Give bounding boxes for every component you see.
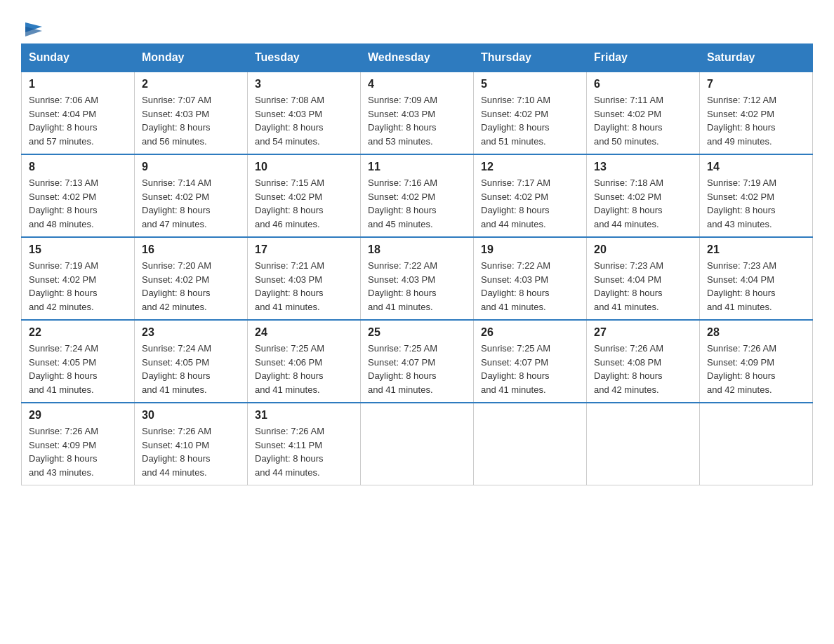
day-number: 31 — [255, 409, 353, 422]
day-info: Sunrise: 7:22 AMSunset: 4:03 PMDaylight:… — [368, 259, 466, 314]
day-number: 15 — [29, 243, 127, 256]
day-info: Sunrise: 7:13 AMSunset: 4:02 PMDaylight:… — [29, 176, 127, 231]
day-number: 1 — [29, 78, 127, 90]
day-number: 30 — [142, 409, 240, 422]
day-number: 9 — [142, 161, 240, 173]
col-header-friday: Friday — [587, 44, 700, 72]
day-info: Sunrise: 7:18 AMSunset: 4:02 PMDaylight:… — [594, 176, 692, 231]
header — [21, 14, 813, 36]
day-info: Sunrise: 7:25 AMSunset: 4:07 PMDaylight:… — [368, 342, 466, 396]
calendar-cell: 6Sunrise: 7:11 AMSunset: 4:02 PMDaylight… — [587, 72, 700, 154]
day-number: 21 — [707, 243, 805, 256]
col-header-monday: Monday — [135, 44, 248, 72]
calendar-cell: 29Sunrise: 7:26 AMSunset: 4:09 PMDayligh… — [22, 403, 135, 485]
day-info: Sunrise: 7:20 AMSunset: 4:02 PMDaylight:… — [142, 259, 240, 314]
calendar-cell: 12Sunrise: 7:17 AMSunset: 4:02 PMDayligh… — [474, 154, 587, 237]
calendar-header: SundayMondayTuesdayWednesdayThursdayFrid… — [22, 44, 813, 72]
day-number: 27 — [594, 326, 692, 339]
day-info: Sunrise: 7:26 AMSunset: 4:09 PMDaylight:… — [707, 342, 805, 396]
calendar-cell: 1Sunrise: 7:06 AMSunset: 4:04 PMDaylight… — [22, 72, 135, 154]
day-number: 14 — [707, 161, 805, 173]
day-info: Sunrise: 7:12 AMSunset: 4:02 PMDaylight:… — [707, 93, 805, 148]
calendar-cell — [474, 403, 587, 485]
day-info: Sunrise: 7:24 AMSunset: 4:05 PMDaylight:… — [142, 342, 240, 396]
day-number: 18 — [368, 243, 466, 256]
calendar-cell: 18Sunrise: 7:22 AMSunset: 4:03 PMDayligh… — [361, 237, 474, 320]
calendar-cell: 7Sunrise: 7:12 AMSunset: 4:02 PMDaylight… — [700, 72, 813, 154]
day-info: Sunrise: 7:26 AMSunset: 4:08 PMDaylight:… — [594, 342, 692, 396]
calendar-cell: 10Sunrise: 7:15 AMSunset: 4:02 PMDayligh… — [248, 154, 361, 237]
day-info: Sunrise: 7:19 AMSunset: 4:02 PMDaylight:… — [29, 259, 127, 314]
col-header-thursday: Thursday — [474, 44, 587, 72]
calendar-cell: 4Sunrise: 7:09 AMSunset: 4:03 PMDaylight… — [361, 72, 474, 154]
day-info: Sunrise: 7:24 AMSunset: 4:05 PMDaylight:… — [29, 342, 127, 396]
day-number: 26 — [481, 326, 579, 339]
day-number: 10 — [255, 161, 353, 173]
day-info: Sunrise: 7:06 AMSunset: 4:04 PMDaylight:… — [29, 93, 127, 148]
day-number: 16 — [142, 243, 240, 256]
calendar-cell — [587, 403, 700, 485]
calendar-cell: 24Sunrise: 7:25 AMSunset: 4:06 PMDayligh… — [248, 320, 361, 403]
day-info: Sunrise: 7:16 AMSunset: 4:02 PMDaylight:… — [368, 176, 466, 231]
calendar-cell: 3Sunrise: 7:08 AMSunset: 4:03 PMDaylight… — [248, 72, 361, 154]
day-info: Sunrise: 7:17 AMSunset: 4:02 PMDaylight:… — [481, 176, 579, 231]
day-info: Sunrise: 7:25 AMSunset: 4:06 PMDaylight:… — [255, 342, 353, 396]
day-info: Sunrise: 7:15 AMSunset: 4:02 PMDaylight:… — [255, 176, 353, 231]
day-info: Sunrise: 7:14 AMSunset: 4:02 PMDaylight:… — [142, 176, 240, 231]
day-number: 23 — [142, 326, 240, 339]
calendar-cell: 16Sunrise: 7:20 AMSunset: 4:02 PMDayligh… — [135, 237, 248, 320]
day-info: Sunrise: 7:09 AMSunset: 4:03 PMDaylight:… — [368, 93, 466, 148]
logo-flag-icon — [22, 20, 45, 42]
calendar-week-2: 8Sunrise: 7:13 AMSunset: 4:02 PMDaylight… — [22, 154, 813, 237]
calendar-cell: 27Sunrise: 7:26 AMSunset: 4:08 PMDayligh… — [587, 320, 700, 403]
day-number: 7 — [707, 78, 805, 90]
calendar-cell: 28Sunrise: 7:26 AMSunset: 4:09 PMDayligh… — [700, 320, 813, 403]
day-number: 12 — [481, 161, 579, 173]
day-number: 2 — [142, 78, 240, 90]
day-number: 13 — [594, 161, 692, 173]
calendar-week-1: 1Sunrise: 7:06 AMSunset: 4:04 PMDaylight… — [22, 72, 813, 154]
day-number: 24 — [255, 326, 353, 339]
calendar-cell: 25Sunrise: 7:25 AMSunset: 4:07 PMDayligh… — [361, 320, 474, 403]
calendar-cell: 5Sunrise: 7:10 AMSunset: 4:02 PMDaylight… — [474, 72, 587, 154]
calendar-cell: 11Sunrise: 7:16 AMSunset: 4:02 PMDayligh… — [361, 154, 474, 237]
calendar-cell: 8Sunrise: 7:13 AMSunset: 4:02 PMDaylight… — [22, 154, 135, 237]
day-number: 19 — [481, 243, 579, 256]
logo — [21, 20, 45, 36]
calendar-cell: 2Sunrise: 7:07 AMSunset: 4:03 PMDaylight… — [135, 72, 248, 154]
calendar-cell: 15Sunrise: 7:19 AMSunset: 4:02 PMDayligh… — [22, 237, 135, 320]
calendar-cell: 30Sunrise: 7:26 AMSunset: 4:10 PMDayligh… — [135, 403, 248, 485]
day-number: 6 — [594, 78, 692, 90]
calendar-week-4: 22Sunrise: 7:24 AMSunset: 4:05 PMDayligh… — [22, 320, 813, 403]
day-info: Sunrise: 7:23 AMSunset: 4:04 PMDaylight:… — [707, 259, 805, 314]
col-header-tuesday: Tuesday — [248, 44, 361, 72]
calendar-week-3: 15Sunrise: 7:19 AMSunset: 4:02 PMDayligh… — [22, 237, 813, 320]
calendar-cell: 19Sunrise: 7:22 AMSunset: 4:03 PMDayligh… — [474, 237, 587, 320]
calendar-cell — [361, 403, 474, 485]
day-number: 25 — [368, 326, 466, 339]
calendar-cell: 26Sunrise: 7:25 AMSunset: 4:07 PMDayligh… — [474, 320, 587, 403]
day-info: Sunrise: 7:26 AMSunset: 4:09 PMDaylight:… — [29, 424, 127, 479]
day-number: 11 — [368, 161, 466, 173]
day-info: Sunrise: 7:25 AMSunset: 4:07 PMDaylight:… — [481, 342, 579, 396]
calendar-cell: 23Sunrise: 7:24 AMSunset: 4:05 PMDayligh… — [135, 320, 248, 403]
calendar-cell: 17Sunrise: 7:21 AMSunset: 4:03 PMDayligh… — [248, 237, 361, 320]
calendar-cell — [700, 403, 813, 485]
day-number: 20 — [594, 243, 692, 256]
col-header-sunday: Sunday — [22, 44, 135, 72]
day-info: Sunrise: 7:23 AMSunset: 4:04 PMDaylight:… — [594, 259, 692, 314]
day-number: 5 — [481, 78, 579, 90]
calendar-cell: 13Sunrise: 7:18 AMSunset: 4:02 PMDayligh… — [587, 154, 700, 237]
day-info: Sunrise: 7:22 AMSunset: 4:03 PMDaylight:… — [481, 259, 579, 314]
day-number: 22 — [29, 326, 127, 339]
day-info: Sunrise: 7:21 AMSunset: 4:03 PMDaylight:… — [255, 259, 353, 314]
calendar-cell: 20Sunrise: 7:23 AMSunset: 4:04 PMDayligh… — [587, 237, 700, 320]
day-info: Sunrise: 7:10 AMSunset: 4:02 PMDaylight:… — [481, 93, 579, 148]
day-number: 4 — [368, 78, 466, 90]
calendar-cell: 14Sunrise: 7:19 AMSunset: 4:02 PMDayligh… — [700, 154, 813, 237]
day-number: 3 — [255, 78, 353, 90]
col-header-wednesday: Wednesday — [361, 44, 474, 72]
day-info: Sunrise: 7:07 AMSunset: 4:03 PMDaylight:… — [142, 93, 240, 148]
calendar-cell: 31Sunrise: 7:26 AMSunset: 4:11 PMDayligh… — [248, 403, 361, 485]
day-info: Sunrise: 7:19 AMSunset: 4:02 PMDaylight:… — [707, 176, 805, 231]
